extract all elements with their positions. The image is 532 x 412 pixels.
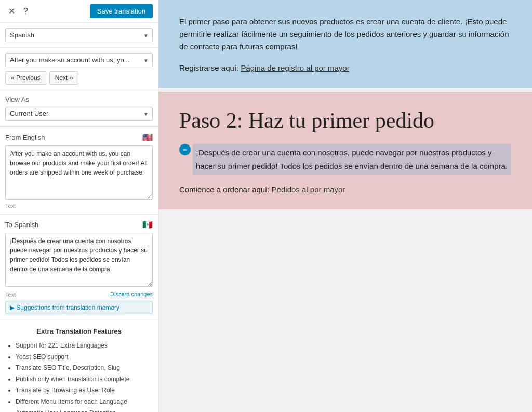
block1-text: El primer paso para obtener sus nuevos p… xyxy=(179,16,511,53)
next-button[interactable]: Next » xyxy=(49,71,79,85)
extra-features-section: Extra Translation Features Support for 2… xyxy=(0,320,158,412)
language-select[interactable]: Spanish xyxy=(5,28,153,42)
to-spanish-field-label: Text xyxy=(5,291,16,298)
block2-link[interactable]: Pedidos al por mayor xyxy=(272,185,345,194)
extra-features-list: Support for 221 Extra Languages Yoast SE… xyxy=(6,340,152,412)
block1-link-prefix: Registrarse aquí: xyxy=(179,63,241,72)
list-item: Automatic User Language Detection xyxy=(16,408,152,412)
block1-link[interactable]: Página de registro al por mayor xyxy=(241,63,349,72)
spanish-flag-icon: 🇲🇽 xyxy=(142,220,153,230)
previous-button[interactable]: « Previous xyxy=(5,71,46,85)
left-panel: ✕ ? Save translation Spanish ▼ After you… xyxy=(0,0,158,412)
list-item: Publish only when translation is complet… xyxy=(16,374,152,386)
to-spanish-footer: Text Discard changes xyxy=(5,290,153,298)
list-item: Different Menu Items for each Language xyxy=(16,396,152,408)
string-select-wrapper: After you make an account with us, yo...… xyxy=(5,53,153,67)
suggestions-bar[interactable]: ▶ Suggestions from translation memory xyxy=(5,301,153,314)
english-flag-icon: 🇺🇸 xyxy=(142,132,153,142)
content-block-pink: Paso 2: Haz tu primer pedido ✏ ¡Después … xyxy=(158,92,532,209)
view-as-section: View As Current User ▼ xyxy=(0,90,158,126)
top-toolbar: ✕ ? Save translation xyxy=(0,0,158,23)
to-spanish-header: To Spanish 🇲🇽 xyxy=(5,220,153,230)
language-select-wrapper: Spanish ▼ xyxy=(5,28,153,42)
close-button[interactable]: ✕ xyxy=(5,5,18,17)
list-item: Translate by Browsing as User Role xyxy=(16,385,152,396)
right-panel: El primer paso para obtener sus nuevos p… xyxy=(158,0,532,412)
block2-link-prefix: Comience a ordenar aquí: xyxy=(179,185,272,194)
string-select[interactable]: After you make an account with us, yo... xyxy=(5,53,153,67)
to-spanish-textarea[interactable] xyxy=(5,233,153,287)
block1-link-line: Registrarse aquí: Página de registro al … xyxy=(179,63,511,72)
to-spanish-title: To Spanish xyxy=(5,221,38,229)
string-section: After you make an account with us, yo...… xyxy=(0,48,158,90)
from-english-field-label: Text xyxy=(5,203,153,209)
content-block-blue: El primer paso para obtener sus nuevos p… xyxy=(158,0,532,88)
from-english-section: From English 🇺🇸 Text xyxy=(0,127,158,215)
list-item: Translate SEO Title, Description, Slug xyxy=(16,363,152,374)
save-translation-button[interactable]: Save translation xyxy=(90,4,153,18)
from-english-textarea[interactable] xyxy=(5,145,153,200)
list-item: Yoast SEO support xyxy=(16,352,152,363)
from-english-title: From English xyxy=(5,134,45,141)
view-as-select[interactable]: Current User xyxy=(5,107,153,121)
from-english-header: From English 🇺🇸 xyxy=(5,132,153,142)
language-section: Spanish ▼ xyxy=(0,23,158,48)
edit-pencil-icon[interactable]: ✏ xyxy=(179,144,191,155)
extra-features-title: Extra Translation Features xyxy=(6,327,152,335)
highlighted-text: ¡Después de crear una cuenta con nosotro… xyxy=(193,144,511,175)
step-title: Paso 2: Haz tu primer pedido xyxy=(179,108,511,134)
list-item: Support for 221 Extra Languages xyxy=(16,340,152,352)
view-as-select-wrapper: Current User ▼ xyxy=(5,107,153,121)
view-as-label: View As xyxy=(5,96,153,103)
highlighted-block: ✏ ¡Después de crear una cuenta con nosot… xyxy=(179,144,511,175)
block2-link-line: Comience a ordenar aquí: Pedidos al por … xyxy=(179,185,511,194)
discard-changes-link[interactable]: Discard changes xyxy=(110,291,153,297)
nav-buttons: « Previous Next » xyxy=(5,71,153,85)
help-button[interactable]: ? xyxy=(20,6,31,17)
to-spanish-section: To Spanish 🇲🇽 Text Discard changes ▶ Sug… xyxy=(0,215,158,320)
